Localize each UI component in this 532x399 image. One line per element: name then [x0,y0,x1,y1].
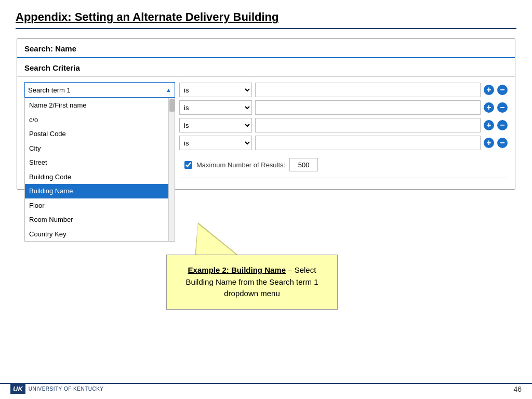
search-body: Search term 1 ▲ Name 2/First name c/o Po… [17,77,515,189]
page-number: 46 [513,385,522,393]
list-item[interactable]: Country Key [25,227,175,242]
criteria-row-2: is is not contains starts with + − [179,100,508,115]
add-row-button-1[interactable]: + [484,85,494,95]
remove-row-button-2[interactable]: − [497,102,508,113]
operator-select-2[interactable]: is is not contains starts with [179,100,252,115]
operator-select-1[interactable]: is is not contains starts with [179,83,252,97]
list-item[interactable]: Room Number [25,212,175,227]
remove-row-button-1[interactable]: − [497,85,508,95]
criteria-row-4: is is not contains starts with + − [179,135,508,151]
search-term-dropdown-container[interactable]: Search term 1 ▲ Name 2/First name c/o Po… [24,82,175,184]
footer-logo: UK UNIVERSITY OF KENTUCKY [10,384,104,394]
callout-box: Example 2: Building Name – Select Buildi… [166,255,338,310]
search-term-trigger[interactable]: Search term 1 ▲ [24,82,175,98]
list-item[interactable]: c/o [25,113,175,127]
criteria-row-3: is is not contains starts with + − [179,117,508,133]
add-row-button-4[interactable]: + [484,138,494,148]
operator-select-3[interactable]: is is not contains starts with [179,118,252,132]
max-results-row: Maximum Number of Results: [179,158,508,171]
max-results-label: Maximum Number of Results: [196,161,285,169]
add-row-button-2[interactable]: + [484,102,494,113]
list-item-building-name[interactable]: Building Name [25,184,175,198]
university-name: UNIVERSITY OF KENTUCKY [29,386,104,392]
criteria-value-3[interactable] [255,118,481,132]
criteria-rows: is is not contains starts with + − is is… [179,82,508,184]
list-item[interactable]: Floor [25,198,175,213]
remove-row-button-3[interactable]: − [497,120,508,130]
max-results-checkbox[interactable] [184,161,192,169]
page-footer: UK UNIVERSITY OF KENTUCKY 46 [0,383,532,394]
search-term-trigger-label: Search term 1 [28,86,71,94]
list-item[interactable]: City [25,141,175,156]
list-item[interactable]: Building Code [25,170,175,184]
callout-arrow-fill [196,224,238,256]
criteria-value-1[interactable] [255,83,481,97]
remove-row-button-4[interactable]: − [497,138,508,148]
search-term-list[interactable]: Name 2/First name c/o Postal Code City S… [24,98,175,242]
criteria-value-2[interactable] [255,100,481,115]
callout-wrapper: Example 2: Building Name – Select Buildi… [166,255,338,310]
callout-title: Example 2: Building Name [188,265,286,274]
operator-select-4[interactable]: is is not contains starts with [179,136,252,150]
max-results-input[interactable] [289,158,318,171]
search-box: Search: Name Search Criteria Search term… [17,38,515,190]
callout-container: Example 2: Building Name – Select Buildi… [166,255,338,310]
chevron-up-icon: ▲ [166,87,171,93]
scrollbar[interactable] [168,98,175,241]
search-criteria-label: Search Criteria [17,58,515,77]
list-item[interactable]: Postal Code [25,127,175,141]
scrollbar-thumb [169,99,175,112]
page-title: Appendix: Setting an Alternate Delivery … [16,10,516,29]
search-footer [179,178,508,184]
list-item[interactable]: Name 2/First name [25,98,175,113]
uk-logo: UK [10,384,25,394]
search-header: Search: Name [17,39,515,58]
add-row-button-3[interactable]: + [484,120,494,130]
list-item[interactable]: Street [25,155,175,170]
criteria-value-4[interactable] [255,136,481,150]
criteria-row-1: is is not contains starts with + − [179,82,508,98]
page: Appendix: Setting an Alternate Delivery … [0,0,532,399]
